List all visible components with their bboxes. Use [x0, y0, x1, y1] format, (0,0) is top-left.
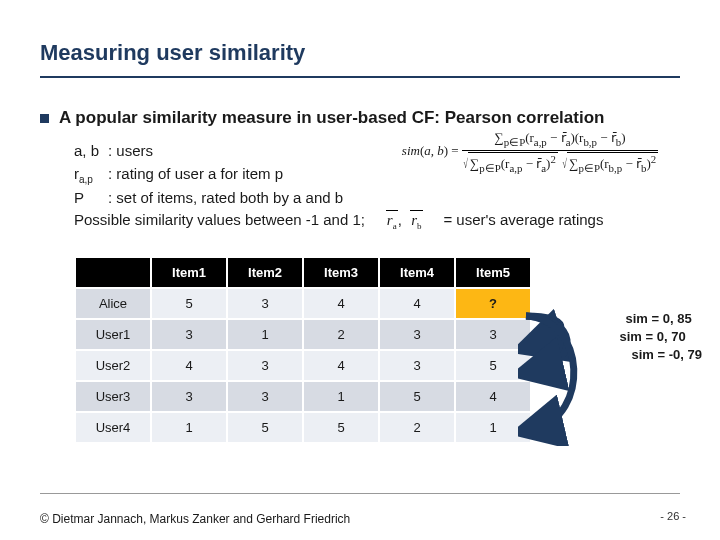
- th-blank: [75, 257, 151, 288]
- bullet-square-icon: [40, 114, 49, 123]
- cell: 4: [379, 288, 455, 319]
- cell: 3: [379, 350, 455, 381]
- cell: 4: [303, 288, 379, 319]
- def-range: Possible similarity values between -1 an…: [74, 211, 365, 228]
- ratings-table: Item1 Item2 Item3 Item4 Item5 Alice 5 3 …: [74, 256, 532, 444]
- cell: 5: [227, 412, 303, 443]
- th-item1: Item1: [151, 257, 227, 288]
- def-ab-sym: a, b: [74, 140, 108, 163]
- table-row: Alice 5 3 4 4 ?: [75, 288, 531, 319]
- cell: 2: [303, 319, 379, 350]
- row-name: User2: [75, 350, 151, 381]
- page-number: - 26 -: [660, 510, 686, 522]
- cell: 3: [227, 350, 303, 381]
- title-rule: [40, 76, 680, 78]
- row-name: User3: [75, 381, 151, 412]
- cell: 1: [227, 319, 303, 350]
- sim-value: sim = 0, 85: [626, 310, 702, 328]
- rbar-a-icon: ra: [386, 209, 398, 234]
- slide-title: Measuring user similarity: [40, 40, 680, 70]
- th-item5: Item5: [455, 257, 531, 288]
- cell: 1: [303, 381, 379, 412]
- th-item3: Item3: [303, 257, 379, 288]
- row-name: User4: [75, 412, 151, 443]
- copyright: © Dietmar Jannach, Markus Zanker and Ger…: [40, 512, 350, 526]
- sim-value: sim = -0, 79: [632, 346, 702, 364]
- table-row: User4 1 5 5 2 1: [75, 412, 531, 443]
- def-rap-sym: ra,p: [74, 163, 108, 187]
- cell: 5: [379, 381, 455, 412]
- def-ab-desc: : users: [108, 142, 153, 159]
- def-p-desc: : set of items, rated both by a and b: [108, 189, 343, 206]
- th-item2: Item2: [227, 257, 303, 288]
- def-p-sym: P: [74, 187, 108, 210]
- sim-value: sim = 0, 70: [620, 328, 702, 346]
- cell: 3: [227, 381, 303, 412]
- cell: 1: [455, 412, 531, 443]
- th-item4: Item4: [379, 257, 455, 288]
- cell: 3: [151, 319, 227, 350]
- cell: 3: [455, 319, 531, 350]
- rbar-b-icon: rb: [410, 209, 422, 234]
- avg-label: = user's average ratings: [443, 211, 603, 228]
- cell: 4: [455, 381, 531, 412]
- table-header-row: Item1 Item2 Item3 Item4 Item5: [75, 257, 531, 288]
- cell: 3: [227, 288, 303, 319]
- cell: 4: [151, 350, 227, 381]
- cell: 3: [379, 319, 455, 350]
- bullet-row: A popular similarity measure in user-bas…: [40, 108, 680, 128]
- table-row: User2 4 3 4 3 5: [75, 350, 531, 381]
- row-name: Alice: [75, 288, 151, 319]
- cell: 5: [303, 412, 379, 443]
- cell: 3: [151, 381, 227, 412]
- def-rap-desc: : rating of user a for item p: [108, 165, 283, 182]
- row-name: User1: [75, 319, 151, 350]
- cell: 2: [379, 412, 455, 443]
- bullet-text: A popular similarity measure in user-bas…: [59, 108, 604, 128]
- table-row: User3 3 3 1 5 4: [75, 381, 531, 412]
- sim-results: sim = 0, 85 sim = 0, 70 sim = -0, 79: [626, 310, 702, 365]
- cell: 5: [455, 350, 531, 381]
- cell: 1: [151, 412, 227, 443]
- cell: 4: [303, 350, 379, 381]
- pearson-formula: sim(a, b) = ∑p∈P(ra,p − r̄a)(rb,p − r̄b)…: [380, 130, 680, 175]
- target-cell: ?: [455, 288, 531, 319]
- cell: 5: [151, 288, 227, 319]
- footer-rule: [40, 493, 680, 494]
- table-row: User1 3 1 2 3 3: [75, 319, 531, 350]
